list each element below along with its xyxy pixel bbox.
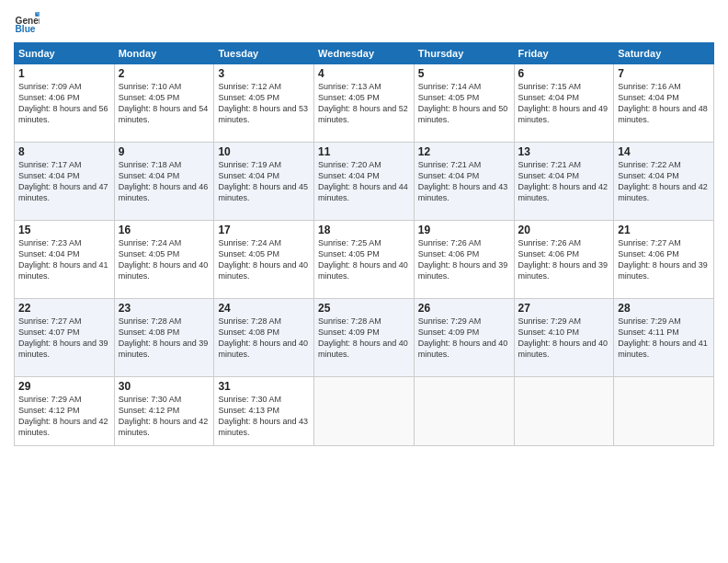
weekday-header-row: SundayMondayTuesdayWednesdayThursdayFrid… bbox=[15, 43, 714, 64]
day-info: Sunrise: 7:10 AMSunset: 4:05 PMDaylight:… bbox=[119, 81, 210, 126]
day-number: 12 bbox=[418, 145, 510, 158]
day-number: 6 bbox=[518, 67, 610, 80]
table-row: 24Sunrise: 7:28 AMSunset: 4:08 PMDayligh… bbox=[214, 299, 314, 377]
logo-icon: General Blue bbox=[14, 9, 40, 35]
day-number: 18 bbox=[318, 224, 410, 236]
logo: General Blue bbox=[14, 9, 43, 35]
table-row: 30Sunrise: 7:30 AMSunset: 4:12 PMDayligh… bbox=[114, 377, 214, 446]
day-info: Sunrise: 7:17 AMSunset: 4:04 PMDaylight:… bbox=[18, 159, 110, 204]
table-row: 8Sunrise: 7:17 AMSunset: 4:04 PMDaylight… bbox=[15, 143, 115, 221]
day-number: 22 bbox=[18, 302, 110, 315]
day-number: 28 bbox=[618, 302, 710, 315]
day-info: Sunrise: 7:19 AMSunset: 4:04 PMDaylight:… bbox=[218, 159, 310, 204]
day-number: 11 bbox=[318, 145, 410, 158]
weekday-tuesday: Tuesday bbox=[214, 43, 314, 64]
table-row: 26Sunrise: 7:29 AMSunset: 4:09 PMDayligh… bbox=[414, 299, 514, 377]
table-row: 28Sunrise: 7:29 AMSunset: 4:11 PMDayligh… bbox=[614, 299, 714, 377]
day-info: Sunrise: 7:29 AMSunset: 4:11 PMDaylight:… bbox=[618, 316, 710, 361]
day-info: Sunrise: 7:26 AMSunset: 4:06 PMDaylight:… bbox=[518, 237, 610, 282]
day-number: 20 bbox=[518, 224, 610, 236]
week-row-3: 15Sunrise: 7:23 AMSunset: 4:04 PMDayligh… bbox=[15, 221, 714, 299]
day-number: 3 bbox=[218, 67, 310, 80]
calendar-body: 1Sunrise: 7:09 AMSunset: 4:06 PMDaylight… bbox=[15, 64, 714, 446]
day-number: 7 bbox=[618, 67, 710, 80]
day-info: Sunrise: 7:29 AMSunset: 4:12 PMDaylight:… bbox=[18, 394, 110, 439]
day-info: Sunrise: 7:20 AMSunset: 4:04 PMDaylight:… bbox=[318, 159, 410, 204]
day-info: Sunrise: 7:30 AMSunset: 4:12 PMDaylight:… bbox=[119, 394, 210, 439]
weekday-wednesday: Wednesday bbox=[314, 43, 415, 64]
day-number: 31 bbox=[218, 380, 310, 393]
day-info: Sunrise: 7:21 AMSunset: 4:04 PMDaylight:… bbox=[518, 159, 610, 204]
table-row bbox=[414, 377, 514, 446]
day-number: 1 bbox=[18, 67, 110, 80]
table-row: 20Sunrise: 7:26 AMSunset: 4:06 PMDayligh… bbox=[514, 221, 614, 299]
day-number: 25 bbox=[318, 302, 410, 315]
table-row: 12Sunrise: 7:21 AMSunset: 4:04 PMDayligh… bbox=[414, 143, 514, 221]
calendar-table: SundayMondayTuesdayWednesdayThursdayFrid… bbox=[14, 42, 714, 446]
day-info: Sunrise: 7:28 AMSunset: 4:08 PMDaylight:… bbox=[119, 316, 210, 361]
day-number: 27 bbox=[518, 302, 610, 315]
table-row: 16Sunrise: 7:24 AMSunset: 4:05 PMDayligh… bbox=[114, 221, 214, 299]
table-row: 6Sunrise: 7:15 AMSunset: 4:04 PMDaylight… bbox=[514, 64, 614, 143]
day-info: Sunrise: 7:29 AMSunset: 4:10 PMDaylight:… bbox=[518, 316, 610, 361]
day-number: 30 bbox=[119, 380, 210, 393]
day-info: Sunrise: 7:28 AMSunset: 4:09 PMDaylight:… bbox=[318, 316, 410, 361]
table-row: 14Sunrise: 7:22 AMSunset: 4:04 PMDayligh… bbox=[614, 143, 714, 221]
day-number: 2 bbox=[119, 67, 210, 80]
table-row: 13Sunrise: 7:21 AMSunset: 4:04 PMDayligh… bbox=[514, 143, 614, 221]
day-number: 10 bbox=[218, 145, 310, 158]
day-info: Sunrise: 7:30 AMSunset: 4:13 PMDaylight:… bbox=[218, 394, 310, 439]
day-number: 19 bbox=[418, 224, 510, 236]
table-row: 23Sunrise: 7:28 AMSunset: 4:08 PMDayligh… bbox=[114, 299, 214, 377]
day-number: 8 bbox=[18, 145, 110, 158]
day-info: Sunrise: 7:13 AMSunset: 4:05 PMDaylight:… bbox=[318, 81, 410, 126]
table-row: 17Sunrise: 7:24 AMSunset: 4:05 PMDayligh… bbox=[214, 221, 314, 299]
day-number: 16 bbox=[119, 224, 210, 236]
page: General Blue SundayMondayTuesdayWednesda… bbox=[0, 0, 728, 563]
table-row: 11Sunrise: 7:20 AMSunset: 4:04 PMDayligh… bbox=[314, 143, 415, 221]
table-row: 21Sunrise: 7:27 AMSunset: 4:06 PMDayligh… bbox=[614, 221, 714, 299]
day-number: 15 bbox=[18, 224, 110, 236]
day-number: 26 bbox=[418, 302, 510, 315]
table-row: 9Sunrise: 7:18 AMSunset: 4:04 PMDaylight… bbox=[114, 143, 214, 221]
weekday-saturday: Saturday bbox=[614, 43, 714, 64]
table-row bbox=[514, 377, 614, 446]
day-info: Sunrise: 7:24 AMSunset: 4:05 PMDaylight:… bbox=[218, 237, 310, 282]
table-row: 5Sunrise: 7:14 AMSunset: 4:05 PMDaylight… bbox=[414, 64, 514, 143]
table-row: 15Sunrise: 7:23 AMSunset: 4:04 PMDayligh… bbox=[15, 221, 115, 299]
day-info: Sunrise: 7:25 AMSunset: 4:05 PMDaylight:… bbox=[318, 237, 410, 282]
day-info: Sunrise: 7:23 AMSunset: 4:04 PMDaylight:… bbox=[18, 237, 110, 282]
table-row: 22Sunrise: 7:27 AMSunset: 4:07 PMDayligh… bbox=[15, 299, 115, 377]
day-number: 14 bbox=[618, 145, 710, 158]
day-info: Sunrise: 7:12 AMSunset: 4:05 PMDaylight:… bbox=[218, 81, 310, 126]
day-info: Sunrise: 7:26 AMSunset: 4:06 PMDaylight:… bbox=[418, 237, 510, 282]
header: General Blue bbox=[14, 9, 714, 35]
day-number: 17 bbox=[218, 224, 310, 236]
day-info: Sunrise: 7:29 AMSunset: 4:09 PMDaylight:… bbox=[418, 316, 510, 361]
table-row: 25Sunrise: 7:28 AMSunset: 4:09 PMDayligh… bbox=[314, 299, 415, 377]
table-row: 19Sunrise: 7:26 AMSunset: 4:06 PMDayligh… bbox=[414, 221, 514, 299]
day-number: 23 bbox=[119, 302, 210, 315]
table-row: 2Sunrise: 7:10 AMSunset: 4:05 PMDaylight… bbox=[114, 64, 214, 143]
week-row-4: 22Sunrise: 7:27 AMSunset: 4:07 PMDayligh… bbox=[15, 299, 714, 377]
day-number: 24 bbox=[218, 302, 310, 315]
table-row: 3Sunrise: 7:12 AMSunset: 4:05 PMDaylight… bbox=[214, 64, 314, 143]
day-number: 5 bbox=[418, 67, 510, 80]
day-info: Sunrise: 7:15 AMSunset: 4:04 PMDaylight:… bbox=[518, 81, 610, 126]
day-number: 29 bbox=[18, 380, 110, 393]
weekday-thursday: Thursday bbox=[414, 43, 514, 64]
day-info: Sunrise: 7:28 AMSunset: 4:08 PMDaylight:… bbox=[218, 316, 310, 361]
day-number: 9 bbox=[119, 145, 210, 158]
svg-text:Blue: Blue bbox=[16, 24, 36, 34]
table-row: 1Sunrise: 7:09 AMSunset: 4:06 PMDaylight… bbox=[15, 64, 115, 143]
day-info: Sunrise: 7:27 AMSunset: 4:07 PMDaylight:… bbox=[18, 316, 110, 361]
week-row-2: 8Sunrise: 7:17 AMSunset: 4:04 PMDaylight… bbox=[15, 143, 714, 221]
week-row-5: 29Sunrise: 7:29 AMSunset: 4:12 PMDayligh… bbox=[15, 377, 714, 446]
table-row: 7Sunrise: 7:16 AMSunset: 4:04 PMDaylight… bbox=[614, 64, 714, 143]
day-number: 4 bbox=[318, 67, 410, 80]
table-row bbox=[314, 377, 415, 446]
weekday-sunday: Sunday bbox=[15, 43, 115, 64]
week-row-1: 1Sunrise: 7:09 AMSunset: 4:06 PMDaylight… bbox=[15, 64, 714, 143]
weekday-monday: Monday bbox=[114, 43, 214, 64]
table-row: 10Sunrise: 7:19 AMSunset: 4:04 PMDayligh… bbox=[214, 143, 314, 221]
